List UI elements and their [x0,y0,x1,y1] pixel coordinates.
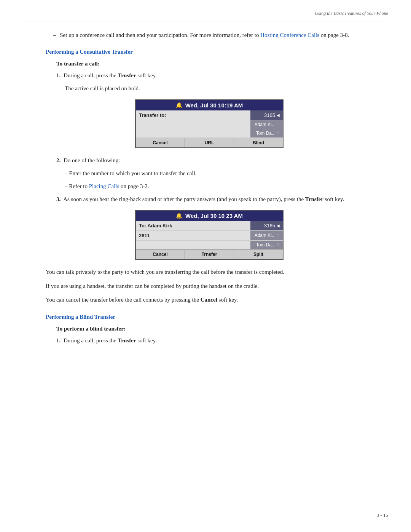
speaker-icon-2: 🔔 [176,212,182,219]
intro-suffix: on page 3-8. [319,32,349,38]
step2-num: 2. [56,157,61,163]
step1-bold: Trnsfer [118,72,136,78]
phone-screen1-body: Transfer to: 3165 ◀ Adam Ki... ⠿ Tom Da.… [136,110,283,147]
step1: 1. During a call, press the Trnsfer soft… [46,71,373,80]
page-footer: 3 - 15 [377,512,388,518]
phone-row-2: Adam Ki... ⠿ [136,120,283,129]
p2-grid-icon-2: ⠿ [277,233,280,238]
s2-step1-suffix: soft key. [136,337,157,343]
grid-icon-2: ⠿ [277,122,280,126]
placing-calls-link[interactable]: Placing Calls [89,183,119,189]
transfer-value2: Adam Ki... ⠿ [250,120,283,129]
header-text: Using the Basic Features of Your Phone [315,11,388,16]
transfer-label: Transfer to: [136,110,250,120]
section1-heading: Performing a Consultative Transfer [46,49,373,55]
para3: You can cancel the transfer before the c… [46,295,373,305]
s2-step1-bold: Trnsfer [118,337,136,343]
step2-bullet1: – Enter the number to which you want to … [65,169,373,178]
softkey-url[interactable]: URL [185,138,234,147]
phone-screen2-body: To: Adam Kirk 3165 ◀ 2811 Adam Ki... ⠿ T… [136,221,283,259]
value1-text: 3165 [264,112,275,118]
phone-screen2-header: 🔔 Wed, Jul 30 10 23 AM [136,211,283,221]
step2-b2-dash: – [65,183,69,189]
section2-step1: 1. During a call, press the Trnsfer soft… [46,336,373,345]
main-content: – Set up a conference call and then end … [46,30,373,349]
page-number: 3 - 15 [377,512,388,518]
top-rule [23,21,388,21]
phone2-value2: Adam Ki... ⠿ [250,231,283,240]
intro-dash: – [53,30,56,40]
step3: 3. As soon as you hear the ring-back sou… [46,195,373,204]
phone2-row-1: To: Adam Kirk 3165 ◀ [136,221,283,231]
step2-text: Do one of the following: [64,157,120,163]
p2-v3-text: Tom Da... [256,242,276,248]
grid-icon-3: ⠿ [277,131,280,135]
speaker-icon: 🔔 [176,102,182,108]
value2-text: Adam Ki... [255,122,276,127]
step1-note: The active call is placed on hold. [46,84,373,93]
step3-text: As soon as you hear the ring-back sound … [63,196,305,202]
transfer-value1: 3165 ◀ [250,110,283,120]
step1-num: 1. [56,72,61,78]
phone2-value3: Tom Da... ⠿ [250,241,283,249]
phone-screen-2: 🔔 Wed, Jul 30 10 23 AM To: Adam Kirk 316… [135,210,284,260]
step2-b2-prefix: Refer to [69,183,89,189]
phone-row-3: Tom Da... ⠿ [136,129,283,138]
step2-b2-suffix: on page 3-2. [119,183,149,189]
hosting-calls-link[interactable]: Hosting Conference Calls [260,32,319,38]
phone2-row-3: Tom Da... ⠿ [136,241,283,249]
softkey-cancel-1[interactable]: Cancel [136,138,185,147]
phone2-value1: 3165 ◀ [250,221,283,230]
page-header: Using the Basic Features of Your Phone [315,11,388,16]
phone-label-3 [136,129,250,137]
step1-text: During a call, press the [64,72,118,78]
s2-step1-num: 1. [56,337,61,343]
phone-softkeys-2: Cancel Trnsfer Split [136,249,283,259]
section1-subheading: To transfer a call: [46,61,373,67]
phone-row-1: Transfer to: 3165 ◀ [136,110,283,120]
phone-label-2 [136,120,250,129]
step2: 2. Do one of the following: [46,156,373,165]
phone-screen1-header: 🔔 Wed, Jul 30 10:19 AM [136,100,283,110]
phone-softkeys-1: Cancel URL Blind [136,138,283,147]
p2-v1-text: 3165 [264,223,275,228]
step3-bold: Trnsfer [305,196,323,202]
step3-suffix: soft key. [323,196,344,202]
intro-bullet: – Set up a conference call and then end … [46,30,373,40]
section2-subheading: To perform a blind transfer: [46,326,373,332]
p2-arrow-icon: ◀ [277,224,280,228]
s2-step1-text: During a call, press the [64,337,118,343]
transfer-value3: Tom Da... ⠿ [250,129,283,137]
step2-b1-text: Enter the number to which you want to tr… [69,170,196,176]
para2: If you are using a handset, the transfer… [46,281,373,291]
softkey-trnsfer[interactable]: Trnsfer [185,250,234,259]
phone2-label-1: To: Adam Kirk [136,221,250,230]
para3-suffix: soft key. [217,297,238,303]
phone2-row-2: 2811 Adam Ki... ⠿ [136,231,283,241]
softkey-blind[interactable]: Blind [234,138,283,147]
p2-grid-icon-3: ⠿ [277,243,280,247]
step1-suffix: soft key. [136,72,157,78]
value3-text: Tom Da... [256,131,276,136]
softkey-cancel-2[interactable]: Cancel [136,250,185,259]
step2-bullet2: – Refer to Placing Calls on page 3-2. [65,182,373,191]
para3-prefix: You can cancel the transfer before the c… [46,297,201,303]
arrow-icon: ◀ [277,113,280,117]
phone2-label-2: 2811 [136,231,250,240]
step2-bullets: – Enter the number to which you want to … [46,169,373,191]
softkey-split[interactable]: Split [234,250,283,259]
p2-v2-text: Adam Ki... [255,233,276,238]
intro-text: Set up a conference call and then end yo… [60,32,260,38]
phone-screen-1: 🔔 Wed, Jul 30 10:19 AM Transfer to: 3165… [135,99,284,148]
phone-screen1-date: Wed, Jul 30 10:19 AM [185,102,243,109]
step3-num: 3. [56,196,61,202]
phone2-label-3 [136,241,250,249]
step2-b1-dash: – [65,170,69,176]
para3-bold: Cancel [201,297,217,303]
phone-screen2-date: Wed, Jul 30 10 23 AM [185,212,243,219]
para1: You can talk privately to the party to w… [46,267,373,277]
section2-heading: Performing a Blind Transfer [46,314,373,320]
